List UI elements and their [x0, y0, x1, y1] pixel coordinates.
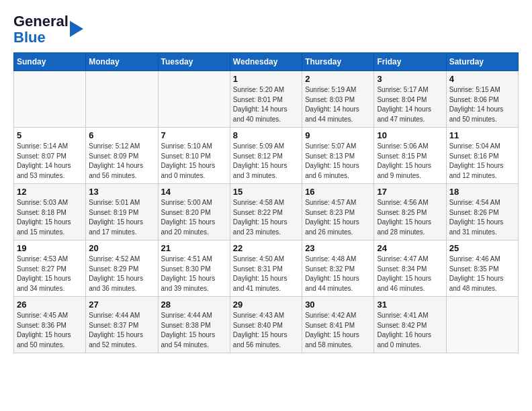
calendar-cell: 10Sunrise: 5:06 AM Sunset: 8:15 PM Dayli…: [374, 128, 446, 184]
calendar-cell: 31Sunrise: 4:41 AM Sunset: 8:42 PM Dayli…: [374, 297, 446, 353]
day-number: 17: [377, 187, 443, 197]
calendar-week-5: 26Sunrise: 4:45 AM Sunset: 8:36 PM Dayli…: [14, 297, 519, 353]
day-number: 12: [17, 187, 83, 197]
calendar-cell: 17Sunrise: 4:56 AM Sunset: 8:25 PM Dayli…: [374, 184, 446, 240]
day-number: 23: [305, 243, 371, 253]
day-info: Sunrise: 4:52 AM Sunset: 8:29 PM Dayligh…: [89, 255, 154, 293]
day-number: 31: [377, 300, 443, 310]
day-info: Sunrise: 4:42 AM Sunset: 8:41 PM Dayligh…: [305, 311, 371, 350]
day-number: 15: [233, 187, 299, 197]
calendar-cell: 1Sunrise: 5:20 AM Sunset: 8:01 PM Daylig…: [230, 71, 302, 128]
calendar-cell: [14, 71, 86, 128]
calendar-cell: 8Sunrise: 5:09 AM Sunset: 8:12 PM Daylig…: [230, 128, 302, 184]
page-header: General Blue: [13, 13, 519, 46]
day-info: Sunrise: 4:47 AM Sunset: 8:34 PM Dayligh…: [377, 255, 443, 293]
calendar-week-2: 5Sunrise: 5:14 AM Sunset: 8:07 PM Daylig…: [14, 128, 519, 184]
calendar-cell: 6Sunrise: 5:12 AM Sunset: 8:09 PM Daylig…: [86, 128, 158, 184]
day-number: 5: [17, 130, 83, 140]
calendar-cell: 28Sunrise: 4:44 AM Sunset: 8:38 PM Dayli…: [158, 297, 230, 353]
day-info: Sunrise: 5:14 AM Sunset: 8:07 PM Dayligh…: [17, 142, 83, 181]
calendar-cell: 30Sunrise: 4:42 AM Sunset: 8:41 PM Dayli…: [302, 297, 374, 353]
day-header-thursday: Thursday: [302, 53, 374, 71]
calendar-cell: 29Sunrise: 4:43 AM Sunset: 8:40 PM Dayli…: [230, 297, 302, 353]
day-info: Sunrise: 4:57 AM Sunset: 8:23 PM Dayligh…: [305, 198, 371, 237]
calendar-cell: 15Sunrise: 4:58 AM Sunset: 8:22 PM Dayli…: [230, 184, 302, 240]
day-info: Sunrise: 4:46 AM Sunset: 8:35 PM Dayligh…: [449, 255, 515, 293]
calendar-cell: [158, 71, 230, 128]
day-header-tuesday: Tuesday: [158, 53, 230, 71]
calendar-cell: 18Sunrise: 4:54 AM Sunset: 8:26 PM Dayli…: [446, 184, 518, 240]
day-number: 22: [233, 243, 299, 253]
day-info: Sunrise: 5:10 AM Sunset: 8:10 PM Dayligh…: [161, 142, 227, 181]
day-header-saturday: Saturday: [446, 53, 518, 71]
calendar-cell: 14Sunrise: 5:00 AM Sunset: 8:20 PM Dayli…: [158, 184, 230, 240]
day-number: 10: [377, 130, 443, 140]
day-info: Sunrise: 5:15 AM Sunset: 8:06 PM Dayligh…: [449, 85, 515, 124]
day-number: 27: [89, 300, 154, 310]
calendar-cell: 4Sunrise: 5:15 AM Sunset: 8:06 PM Daylig…: [446, 71, 518, 128]
day-number: 14: [161, 187, 227, 197]
logo-arrow-icon: [70, 21, 83, 37]
day-number: 26: [17, 300, 83, 310]
calendar-cell: 16Sunrise: 4:57 AM Sunset: 8:23 PM Dayli…: [302, 184, 374, 240]
calendar-body: 1Sunrise: 5:20 AM Sunset: 8:01 PM Daylig…: [14, 71, 519, 353]
day-header-monday: Monday: [86, 53, 158, 71]
logo-text: General Blue: [13, 13, 69, 46]
day-info: Sunrise: 4:45 AM Sunset: 8:36 PM Dayligh…: [17, 311, 83, 350]
day-info: Sunrise: 5:06 AM Sunset: 8:15 PM Dayligh…: [377, 142, 443, 181]
calendar-table: SundayMondayTuesdayWednesdayThursdayFrid…: [13, 52, 519, 353]
calendar-cell: 25Sunrise: 4:46 AM Sunset: 8:35 PM Dayli…: [446, 240, 518, 297]
day-number: 30: [305, 300, 371, 310]
day-number: 19: [17, 243, 83, 253]
day-info: Sunrise: 4:50 AM Sunset: 8:31 PM Dayligh…: [233, 255, 299, 293]
day-info: Sunrise: 5:03 AM Sunset: 8:18 PM Dayligh…: [17, 198, 83, 237]
day-info: Sunrise: 5:20 AM Sunset: 8:01 PM Dayligh…: [233, 85, 299, 124]
calendar-cell: 21Sunrise: 4:51 AM Sunset: 8:30 PM Dayli…: [158, 240, 230, 297]
calendar-cell: 24Sunrise: 4:47 AM Sunset: 8:34 PM Dayli…: [374, 240, 446, 297]
day-number: 18: [449, 187, 515, 197]
calendar-cell: [446, 297, 518, 353]
calendar-cell: 27Sunrise: 4:44 AM Sunset: 8:37 PM Dayli…: [86, 297, 158, 353]
calendar-cell: 5Sunrise: 5:14 AM Sunset: 8:07 PM Daylig…: [14, 128, 86, 184]
day-info: Sunrise: 4:41 AM Sunset: 8:42 PM Dayligh…: [377, 311, 443, 350]
calendar-cell: 7Sunrise: 5:10 AM Sunset: 8:10 PM Daylig…: [158, 128, 230, 184]
calendar-week-1: 1Sunrise: 5:20 AM Sunset: 8:01 PM Daylig…: [14, 71, 519, 128]
day-info: Sunrise: 5:19 AM Sunset: 8:03 PM Dayligh…: [305, 85, 371, 124]
day-number: 24: [377, 243, 443, 253]
day-header-wednesday: Wednesday: [230, 53, 302, 71]
logo-general: General: [13, 13, 69, 30]
calendar-cell: 11Sunrise: 5:04 AM Sunset: 8:16 PM Dayli…: [446, 128, 518, 184]
day-info: Sunrise: 4:48 AM Sunset: 8:32 PM Dayligh…: [305, 255, 371, 293]
day-number: 21: [161, 243, 227, 253]
day-info: Sunrise: 4:53 AM Sunset: 8:27 PM Dayligh…: [17, 255, 83, 293]
day-header-friday: Friday: [374, 53, 446, 71]
day-number: 28: [161, 300, 227, 310]
calendar-cell: 20Sunrise: 4:52 AM Sunset: 8:29 PM Dayli…: [86, 240, 158, 297]
day-info: Sunrise: 4:56 AM Sunset: 8:25 PM Dayligh…: [377, 198, 443, 237]
calendar-cell: 19Sunrise: 4:53 AM Sunset: 8:27 PM Dayli…: [14, 240, 86, 297]
day-number: 20: [89, 243, 154, 253]
day-info: Sunrise: 5:09 AM Sunset: 8:12 PM Dayligh…: [233, 142, 299, 181]
day-number: 1: [233, 74, 299, 84]
day-info: Sunrise: 5:17 AM Sunset: 8:04 PM Dayligh…: [377, 85, 443, 124]
day-info: Sunrise: 5:00 AM Sunset: 8:20 PM Dayligh…: [161, 198, 227, 237]
calendar-cell: 22Sunrise: 4:50 AM Sunset: 8:31 PM Dayli…: [230, 240, 302, 297]
day-number: 13: [89, 187, 154, 197]
day-info: Sunrise: 5:07 AM Sunset: 8:13 PM Dayligh…: [305, 142, 371, 181]
day-info: Sunrise: 5:04 AM Sunset: 8:16 PM Dayligh…: [449, 142, 515, 181]
calendar-cell: 13Sunrise: 5:01 AM Sunset: 8:19 PM Dayli…: [86, 184, 158, 240]
day-info: Sunrise: 4:43 AM Sunset: 8:40 PM Dayligh…: [233, 311, 299, 350]
day-info: Sunrise: 4:44 AM Sunset: 8:38 PM Dayligh…: [161, 311, 227, 350]
calendar-header-row: SundayMondayTuesdayWednesdayThursdayFrid…: [14, 53, 519, 71]
calendar-cell: 2Sunrise: 5:19 AM Sunset: 8:03 PM Daylig…: [302, 71, 374, 128]
calendar-cell: 26Sunrise: 4:45 AM Sunset: 8:36 PM Dayli…: [14, 297, 86, 353]
calendar-cell: [86, 71, 158, 128]
day-number: 9: [305, 130, 371, 140]
logo: General Blue: [13, 13, 83, 46]
day-info: Sunrise: 5:01 AM Sunset: 8:19 PM Dayligh…: [89, 198, 154, 237]
day-number: 11: [449, 130, 515, 140]
day-number: 4: [449, 74, 515, 84]
day-number: 25: [449, 243, 515, 253]
calendar-cell: 3Sunrise: 5:17 AM Sunset: 8:04 PM Daylig…: [374, 71, 446, 128]
calendar-cell: 9Sunrise: 5:07 AM Sunset: 8:13 PM Daylig…: [302, 128, 374, 184]
